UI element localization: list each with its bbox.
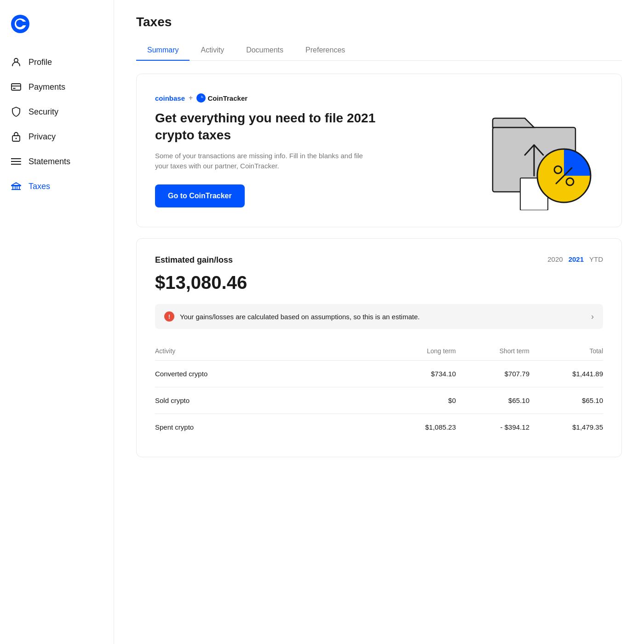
row-total-0: $1,441.89 bbox=[529, 370, 603, 378]
header-short-term: Short term bbox=[456, 347, 529, 355]
year-ytd-button[interactable]: YTD bbox=[589, 255, 603, 263]
row-short-term-1: $65.10 bbox=[456, 397, 529, 404]
sidebar-item-privacy[interactable]: Privacy bbox=[0, 124, 114, 149]
promo-heading: Get everything you need to file 2021 cry… bbox=[155, 110, 413, 144]
tax-illustration-svg bbox=[474, 91, 603, 210]
person-icon bbox=[11, 57, 21, 67]
shield-icon bbox=[11, 107, 21, 117]
row-long-term-2: $1,085.23 bbox=[382, 423, 456, 431]
sidebar-logo bbox=[0, 11, 114, 50]
row-short-term-2: - $394.12 bbox=[456, 423, 529, 431]
row-total-2: $1,479.35 bbox=[529, 423, 603, 431]
row-activity-2: Spent crypto bbox=[155, 423, 382, 431]
promo-content: coinbase + CoinTracker Get everything yo… bbox=[155, 93, 413, 207]
row-short-term-0: $707.79 bbox=[456, 370, 529, 378]
warning-icon: ! bbox=[164, 311, 174, 322]
go-to-cointracker-button[interactable]: Go to CoinTracker bbox=[155, 184, 245, 207]
row-total-1: $65.10 bbox=[529, 397, 603, 404]
sidebar: Profile Payments Security bbox=[0, 0, 114, 644]
bank-icon bbox=[11, 181, 21, 191]
sidebar-item-profile[interactable]: Profile bbox=[0, 50, 114, 75]
row-long-term-1: $0 bbox=[382, 397, 456, 404]
sidebar-item-privacy-label: Privacy bbox=[29, 132, 56, 142]
warning-left: ! Your gains/losses are calculated based… bbox=[164, 311, 420, 322]
tab-summary[interactable]: Summary bbox=[136, 40, 190, 61]
plus-separator: + bbox=[189, 94, 193, 102]
coinbase-logo-text: coinbase bbox=[155, 94, 185, 102]
table-row: Spent crypto $1,085.23 - $394.12 $1,479.… bbox=[155, 414, 603, 440]
sidebar-nav: Profile Payments Security bbox=[0, 50, 114, 199]
table-header: Activity Long term Short term Total bbox=[155, 344, 603, 361]
list-icon bbox=[11, 156, 21, 167]
svg-rect-2 bbox=[12, 84, 21, 90]
chevron-right-icon[interactable]: › bbox=[591, 312, 594, 322]
table-row: Converted crypto $734.10 $707.79 $1,441.… bbox=[155, 361, 603, 387]
svg-point-4 bbox=[16, 138, 17, 139]
tab-preferences[interactable]: Preferences bbox=[294, 40, 356, 61]
gainloss-card: Estimated gain/loss 2020 2021 YTD $13,08… bbox=[136, 238, 622, 457]
sidebar-item-statements[interactable]: Statements bbox=[0, 149, 114, 174]
sidebar-item-security-label: Security bbox=[29, 107, 58, 117]
page-title: Taxes bbox=[136, 15, 622, 29]
row-long-term-0: $734.10 bbox=[382, 370, 456, 378]
gainloss-title: Estimated gain/loss bbox=[155, 255, 233, 265]
sidebar-item-security[interactable]: Security bbox=[0, 99, 114, 124]
gainloss-amount: $13,080.46 bbox=[155, 272, 603, 293]
promo-description: Some of your transactions are missing in… bbox=[155, 151, 376, 172]
sidebar-item-taxes-label: Taxes bbox=[29, 182, 50, 191]
row-activity-0: Converted crypto bbox=[155, 370, 382, 378]
credit-card-icon bbox=[11, 82, 21, 92]
year-2021-button[interactable]: 2021 bbox=[569, 255, 584, 263]
promo-logos: coinbase + CoinTracker bbox=[155, 93, 413, 103]
tabs-bar: Summary Activity Documents Preferences bbox=[136, 40, 622, 61]
main-content: Taxes Summary Activity Documents Prefere… bbox=[114, 0, 644, 644]
cointracker-icon bbox=[196, 93, 206, 103]
activity-table: Activity Long term Short term Total Conv… bbox=[155, 344, 603, 440]
sidebar-item-payments[interactable]: Payments bbox=[0, 75, 114, 99]
coinbase-logo-icon bbox=[11, 15, 29, 33]
sidebar-item-profile-label: Profile bbox=[29, 58, 52, 67]
promo-card: coinbase + CoinTracker Get everything yo… bbox=[136, 74, 622, 227]
warning-banner[interactable]: ! Your gains/losses are calculated based… bbox=[155, 304, 603, 329]
tab-documents[interactable]: Documents bbox=[235, 40, 294, 61]
lock-icon bbox=[11, 132, 21, 142]
svg-point-0 bbox=[11, 15, 29, 33]
sidebar-item-taxes[interactable]: Taxes bbox=[0, 174, 114, 199]
year-selector: 2020 2021 YTD bbox=[547, 255, 603, 263]
header-activity: Activity bbox=[155, 347, 382, 355]
svg-point-1 bbox=[14, 58, 18, 62]
promo-illustration bbox=[474, 91, 603, 210]
tab-activity[interactable]: Activity bbox=[190, 40, 235, 61]
cointracker-logo: CoinTracker bbox=[196, 93, 247, 103]
header-long-term: Long term bbox=[382, 347, 456, 355]
gainloss-header: Estimated gain/loss 2020 2021 YTD bbox=[155, 255, 603, 269]
table-row: Sold crypto $0 $65.10 $65.10 bbox=[155, 387, 603, 414]
cointracker-label: CoinTracker bbox=[207, 94, 247, 102]
sidebar-item-payments-label: Payments bbox=[29, 82, 65, 92]
header-total: Total bbox=[529, 347, 603, 355]
row-activity-1: Sold crypto bbox=[155, 397, 382, 404]
year-2020-button[interactable]: 2020 bbox=[547, 255, 563, 263]
gainloss-title-area: Estimated gain/loss bbox=[155, 255, 233, 269]
sidebar-item-statements-label: Statements bbox=[29, 157, 70, 167]
warning-text: Your gains/losses are calculated based o… bbox=[180, 313, 420, 321]
